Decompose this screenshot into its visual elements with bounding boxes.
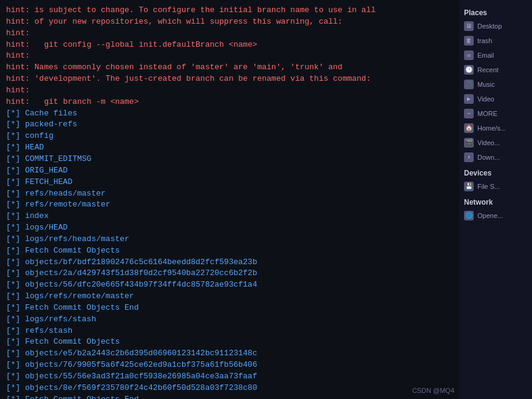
terminal-line: [*] Fetch Commit Objects — [6, 336, 447, 348]
places-title: Places — [462, 5, 530, 18]
terminal-line: hint: git branch -m <name> — [6, 97, 447, 108]
terminal-line: [*] Fetch Commit Objects End — [6, 302, 447, 314]
csdn-watermark: CSDN @MQ4 — [412, 387, 454, 394]
downloads-icon: ⬇ — [464, 152, 474, 162]
terminal-line: hint: 'development'. The just-created br… — [6, 73, 447, 85]
sidebar-item-downloads[interactable]: ⬇ Down... — [462, 151, 530, 164]
terminal-line: hint: — [6, 28, 447, 39]
sidebar-item-home[interactable]: 🏠 Home/s... — [462, 121, 530, 135]
sidebar-item-email[interactable]: ✉ Email — [462, 49, 530, 62]
right-sidebar: Places 🖥 Desktop 🗑 trash ✉ Email 🕐 Recen… — [459, 0, 532, 399]
sidebar-item-network[interactable]: 🌐 Opene... — [462, 209, 530, 222]
terminal-line: hint: git config --global init.defaultBr… — [6, 39, 447, 51]
terminal-line: hint: — [6, 85, 447, 97]
terminal-line: [*] packed-refs — [6, 119, 447, 131]
terminal-line: [*] logs/refs/stash — [6, 314, 447, 326]
terminal-line: hint: is subject to change. To configure… — [6, 5, 447, 16]
terminal-line: [*] Fetch Commit Objects End — [6, 394, 447, 399]
sidebar-item-filesystem[interactable]: 💾 File S... — [462, 180, 530, 193]
terminal-line: [*] objects/55/56e3ad3f21a0cf5938e26985a… — [6, 371, 447, 383]
network-title: Network — [462, 194, 530, 208]
sidebar-item-trash[interactable]: 🗑 trash — [462, 34, 530, 47]
desktop-icon: 🖥 — [464, 21, 474, 31]
terminal-line: [*] FETCH_HEAD — [6, 177, 447, 188]
terminal-line: [*] Cache files — [6, 108, 447, 120]
video2-icon: 🎬 — [464, 138, 474, 148]
sidebar-item-label: Desktop — [477, 22, 502, 30]
terminal-line: [*] objects/bf/bdf218902476c5c6164beedd8… — [6, 257, 447, 268]
sidebar-item-video2[interactable]: 🎬 Video... — [462, 136, 530, 149]
terminal-output: hint: is subject to change. To configure… — [6, 5, 526, 399]
terminal-line: hint: — [6, 50, 447, 62]
sidebar-item-label: Opene... — [477, 212, 503, 219]
terminal-line: [*] objects/8e/f569f235780f24c42b60f50d5… — [6, 383, 447, 394]
sidebar-item-label: Recent — [477, 66, 499, 73]
terminal-line: [*] logs/refs/remote/master — [6, 291, 447, 302]
terminal-line: [*] Fetch Commit Objects — [6, 245, 447, 257]
home-icon: 🏠 — [464, 123, 474, 133]
sidebar-item-label: Video — [477, 95, 494, 103]
sidebar-item-label: MORE — [477, 110, 497, 117]
terminal-line: [*] logs/HEAD — [6, 222, 447, 234]
devices-title: Devices — [462, 165, 530, 179]
network-icon: 🌐 — [464, 211, 474, 220]
sidebar-item-label: trash — [477, 37, 492, 44]
terminal-line: [*] refs/remote/master — [6, 199, 447, 211]
sidebar-item-video[interactable]: ▶ Video — [462, 92, 530, 106]
sidebar-item-label: File S... — [477, 183, 500, 190]
terminal-line: [*] objects/56/dfc20e665f434b97f34ff4dc8… — [6, 279, 447, 291]
terminal-line: [*] objects/76/9905f5a6f425ce62ed9a1cbf3… — [6, 360, 447, 371]
terminal-line: [*] config — [6, 131, 447, 142]
sidebar-item-label: Email — [477, 52, 494, 59]
sidebar-item-desktop[interactable]: 🖥 Desktop — [462, 19, 530, 33]
terminal-line: hint: of your new repositories, which wi… — [6, 16, 447, 28]
terminal-line: hint: Names commonly chosen instead of '… — [6, 62, 447, 73]
terminal-line: [*] ORIG_HEAD — [6, 165, 447, 177]
more-icon: ⋯ — [464, 109, 474, 118]
terminal-window: hint: is subject to change. To configure… — [0, 0, 532, 399]
email-icon: ✉ — [464, 50, 474, 60]
video-icon: ▶ — [464, 94, 474, 104]
sidebar-item-label: Video... — [477, 139, 500, 146]
sidebar-item-recent[interactable]: 🕐 Recent — [462, 63, 530, 77]
sidebar-item-label: Music — [477, 81, 495, 88]
terminal-line: [*] refs/stash — [6, 326, 447, 337]
terminal-line: [*] objects/2a/d429743f51d38f0d2cf9540ba… — [6, 268, 447, 279]
filesystem-icon: 💾 — [464, 182, 474, 191]
terminal-line: [*] logs/refs/heads/master — [6, 234, 447, 245]
terminal-line: [*] refs/heads/master — [6, 188, 447, 200]
terminal-line: [*] objects/e5/b2a2443c2b6d395d069601231… — [6, 348, 447, 360]
recent-icon: 🕐 — [464, 65, 474, 75]
terminal-line: [*] COMMIT_EDITMSG — [6, 154, 447, 165]
trash-icon: 🗑 — [464, 36, 474, 46]
terminal-line: [*] HEAD — [6, 142, 447, 154]
sidebar-item-label: Down... — [477, 154, 500, 161]
terminal-line: [*] index — [6, 211, 447, 222]
sidebar-item-more[interactable]: ⋯ MORE — [462, 107, 530, 120]
sidebar-item-label: Home/s... — [477, 124, 506, 132]
sidebar-item-music[interactable]: 🎵 Music — [462, 78, 530, 91]
music-icon: 🎵 — [464, 80, 474, 89]
